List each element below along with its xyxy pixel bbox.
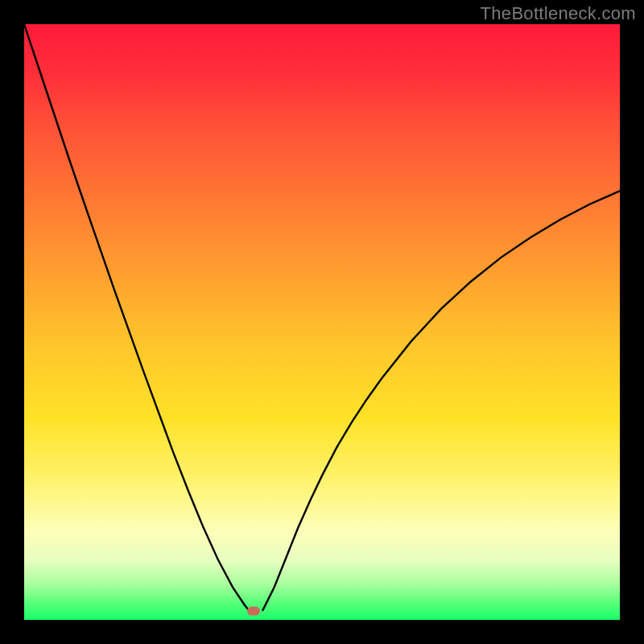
optimal-point-marker <box>247 606 260 615</box>
chart-container: TheBottleneck.com <box>0 0 644 644</box>
plot-area <box>24 24 620 620</box>
bottleneck-curve <box>24 24 620 620</box>
watermark-text: TheBottleneck.com <box>481 3 636 24</box>
